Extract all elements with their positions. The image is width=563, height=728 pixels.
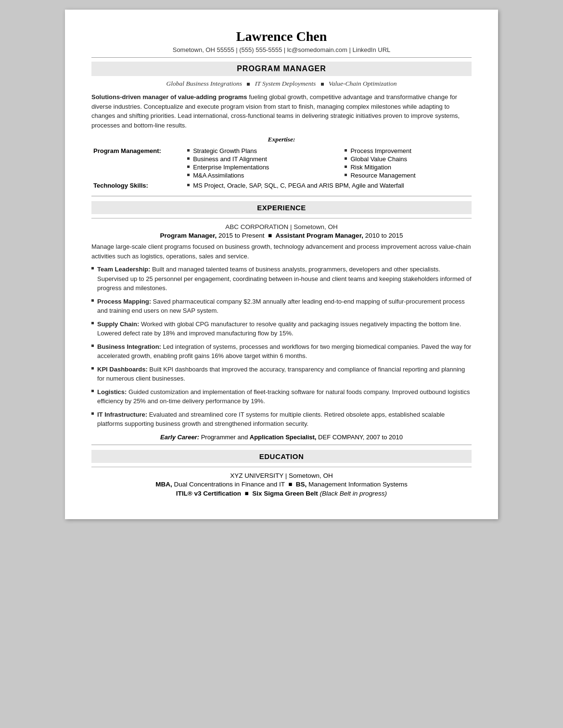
bullet-text: Business Integration: Led integration of… bbox=[97, 342, 472, 361]
early-career: Early Career: Programmer and Application… bbox=[91, 434, 472, 441]
list-item: Enterprise Implementations bbox=[187, 164, 331, 171]
expertise-label: Program Management: bbox=[91, 146, 185, 181]
list-item: Business Integration: Led integration of… bbox=[91, 342, 472, 361]
resume-document: Lawrence Chen Sometown, OH 55555 | (555)… bbox=[65, 10, 498, 519]
bullet-bold: Team Leadership: bbox=[97, 266, 150, 273]
expertise-col1: Strategic Growth Plans Business and IT A… bbox=[185, 146, 333, 181]
tech-label: Technology Skills: bbox=[91, 181, 185, 191]
list-item: Logistics: Guided customization and impl… bbox=[91, 387, 472, 406]
education-section-title: Education bbox=[91, 450, 472, 463]
bullet-icon bbox=[91, 390, 94, 392]
tagline-item-1: Global Business Integrations bbox=[166, 80, 243, 87]
list-item: Business and IT Alignment bbox=[187, 155, 331, 163]
bullet-bold: Business Integration: bbox=[97, 343, 161, 350]
job-description: Manage large-scale client programs focus… bbox=[91, 242, 472, 261]
list-item: KPI Dashboards: Built KPI dashboards tha… bbox=[91, 365, 472, 383]
contact-info: Sometown, OH 55555 | (555) 555-5555 | lc… bbox=[91, 46, 472, 53]
summary-bold: Solutions-driven manager of value-adding… bbox=[91, 93, 247, 101]
bullet-icon bbox=[187, 149, 190, 152]
list-item: Team Leadership: Built and managed talen… bbox=[91, 265, 472, 293]
tagline: Global Business Integrations IT System D… bbox=[91, 80, 472, 88]
bullet-text: IT Infrastructure: Evaluated and streaml… bbox=[97, 410, 472, 429]
expertise-row: Program Management: Strategic Growth Pla… bbox=[91, 146, 472, 181]
list-item: Strategic Growth Plans bbox=[187, 147, 331, 154]
bullet-bold: KPI Dashboards: bbox=[97, 366, 148, 373]
cert-italic: (Black Belt in progress) bbox=[318, 490, 387, 497]
list-item: IT Infrastructure: Evaluated and streaml… bbox=[91, 410, 472, 429]
expertise-col2: Process Improvement Global Value Chains … bbox=[343, 146, 472, 181]
mba-bold: MBA, bbox=[155, 481, 172, 488]
candidate-name: Lawrence Chen bbox=[91, 29, 472, 44]
expertise-section: Expertise: Program Management: Strategic… bbox=[91, 136, 472, 191]
bullet-icon bbox=[91, 322, 94, 324]
list-item: Process Improvement bbox=[345, 147, 470, 154]
bullet-icon bbox=[91, 299, 94, 302]
bullet-bold: Logistics: bbox=[97, 388, 127, 396]
bullet-icon bbox=[345, 149, 347, 152]
university-name: XYZ UNIVERSITY | Sometown, OH bbox=[91, 472, 472, 479]
bullet-icon bbox=[187, 166, 190, 168]
tech-items: MS Project, Oracle, SAP, SQL, C, PEGA an… bbox=[185, 181, 472, 191]
experience-section-title: Experience bbox=[91, 201, 472, 214]
bullet-text: Supply Chain: Worked with global CPG man… bbox=[97, 319, 472, 338]
bullet-sep-2 bbox=[321, 83, 324, 86]
tagline-item-2: IT System Deployments bbox=[255, 80, 316, 87]
degree-line: MBA, Dual Concentrations in Finance and … bbox=[91, 481, 472, 488]
role-1-bold: Program Manager, bbox=[160, 232, 217, 239]
cert-1-bold: ITIL® v3 Certification bbox=[176, 490, 241, 497]
expertise-title: Expertise: bbox=[91, 136, 472, 143]
bullet-icon bbox=[345, 166, 347, 168]
bullet-icon bbox=[345, 157, 347, 160]
experience-bullets: Team Leadership: Built and managed talen… bbox=[91, 265, 472, 429]
list-item: Resource Management bbox=[345, 172, 470, 179]
bullet-bold: IT Infrastructure: bbox=[97, 411, 147, 418]
bullet-bold: Supply Chain: bbox=[97, 320, 139, 328]
tech-row: Technology Skills: MS Project, Oracle, S… bbox=[91, 181, 472, 191]
bullet-icon bbox=[187, 174, 190, 176]
tagline-item-3: Value-Chain Optimization bbox=[329, 80, 397, 87]
list-item: Supply Chain: Worked with global CPG man… bbox=[91, 319, 472, 338]
bullet-sep-1 bbox=[247, 83, 250, 86]
bullet-text: Logistics: Guided customization and impl… bbox=[97, 387, 472, 406]
role-2-text: 2010 to 2015 bbox=[363, 232, 403, 239]
bullet-text: Team Leadership: Built and managed talen… bbox=[97, 265, 472, 293]
experience-end-divider bbox=[91, 445, 472, 445]
expertise-list-col2: Process Improvement Global Value Chains … bbox=[345, 147, 470, 179]
summary-paragraph: Solutions-driven manager of value-adding… bbox=[91, 92, 472, 130]
early-career-bold: Application Specialist, bbox=[250, 434, 317, 441]
expertise-divider bbox=[91, 196, 472, 196]
header: Lawrence Chen Sometown, OH 55555 | (555)… bbox=[91, 29, 472, 53]
list-item: Global Value Chains bbox=[345, 155, 470, 163]
company-name: ABC CORPORATION | Sometown, OH bbox=[91, 223, 472, 230]
list-item: M&A Assimilations bbox=[187, 172, 331, 179]
bullet-text: KPI Dashboards: Built KPI dashboards tha… bbox=[97, 365, 472, 383]
role-2-bold: Assistant Program Manager, bbox=[276, 232, 363, 239]
list-item: Risk Mitigation bbox=[345, 164, 470, 171]
certifications: ITIL® v3 Certification ■ Six Sigma Green… bbox=[91, 490, 472, 497]
cert-2-bold: Six Sigma Green Belt bbox=[252, 490, 318, 497]
bullet-icon bbox=[91, 412, 94, 415]
expertise-list-col1: Strategic Growth Plans Business and IT A… bbox=[187, 147, 331, 179]
expertise-table: Program Management: Strategic Growth Pla… bbox=[91, 146, 472, 191]
bullet-icon bbox=[187, 157, 190, 160]
header-divider bbox=[91, 57, 472, 58]
bullet-icon bbox=[91, 367, 94, 370]
experience-divider bbox=[91, 218, 472, 218]
early-career-italic-bold: Early Career: bbox=[160, 434, 199, 441]
bs-bold: BS, bbox=[296, 481, 307, 488]
bullet-text: Process Mapping: Saved pharmaceutical co… bbox=[97, 297, 472, 316]
bullet-icon bbox=[91, 267, 94, 269]
role-1-text: 2015 to Present bbox=[217, 232, 264, 239]
list-item: MS Project, Oracle, SAP, SQL, C, PEGA an… bbox=[187, 182, 470, 189]
tech-list: MS Project, Oracle, SAP, SQL, C, PEGA an… bbox=[187, 182, 470, 189]
bullet-icon bbox=[187, 184, 190, 186]
bullet-bold: Process Mapping: bbox=[97, 298, 151, 305]
education-divider bbox=[91, 467, 472, 467]
bullet-icon bbox=[91, 345, 94, 347]
bullet-icon bbox=[345, 174, 347, 176]
job-title: Program Manager bbox=[237, 64, 326, 73]
job-title-bar: Program Manager bbox=[91, 62, 472, 76]
list-item: Process Mapping: Saved pharmaceutical co… bbox=[91, 297, 472, 316]
job-roles: Program Manager, 2015 to Present ■ Assis… bbox=[91, 232, 472, 239]
